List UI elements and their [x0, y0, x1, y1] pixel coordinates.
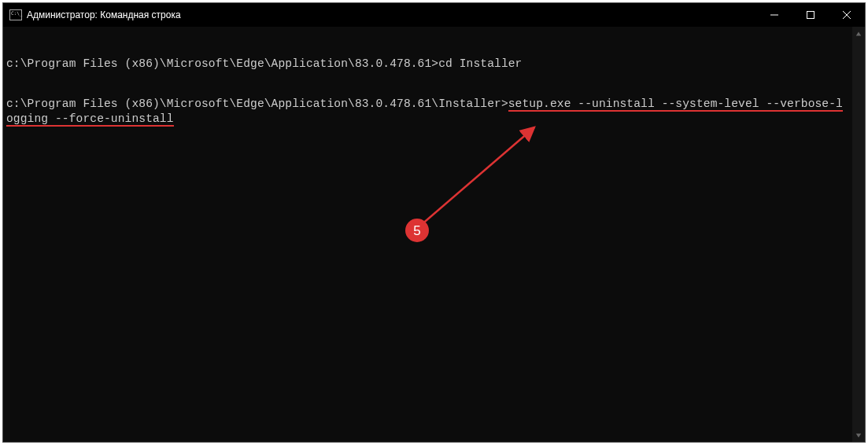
svg-line-5: [420, 127, 534, 226]
annotation-badge: 5: [405, 219, 429, 242]
annotation-arrow: [412, 125, 546, 243]
titlebar[interactable]: Администратор: Командная строка: [3, 3, 865, 27]
window-controls: [756, 3, 865, 27]
svg-rect-1: [807, 12, 814, 19]
content-area: c:\Program Files (x86)\Microsoft\Edge\Ap…: [3, 27, 865, 442]
prompt-2: c:\Program Files (x86)\Microsoft\Edge\Ap…: [6, 97, 508, 110]
close-button[interactable]: [829, 3, 865, 27]
minimize-button[interactable]: [756, 3, 792, 27]
terminal-output[interactable]: c:\Program Files (x86)\Microsoft\Edge\Ap…: [3, 27, 852, 442]
scroll-down-button[interactable]: [852, 428, 865, 442]
cmd-icon: [9, 9, 22, 20]
maximize-button[interactable]: [792, 3, 829, 27]
annotation-number: 5: [413, 223, 421, 238]
scroll-up-button[interactable]: [852, 27, 865, 40]
command-2-part2: ogging --force-uninstall: [6, 112, 174, 127]
command-1: cd Installer: [438, 57, 522, 70]
vertical-scrollbar[interactable]: [852, 27, 865, 442]
svg-marker-7: [856, 433, 861, 437]
svg-marker-6: [856, 31, 861, 35]
window-title: Администратор: Командная строка: [27, 9, 756, 20]
command-prompt-window: Администратор: Командная строка c:\Progr…: [2, 2, 866, 443]
prompt-1: c:\Program Files (x86)\Microsoft\Edge\Ap…: [6, 57, 438, 70]
command-2-part1: setup.exe --uninstall --system-level --v…: [508, 97, 843, 112]
